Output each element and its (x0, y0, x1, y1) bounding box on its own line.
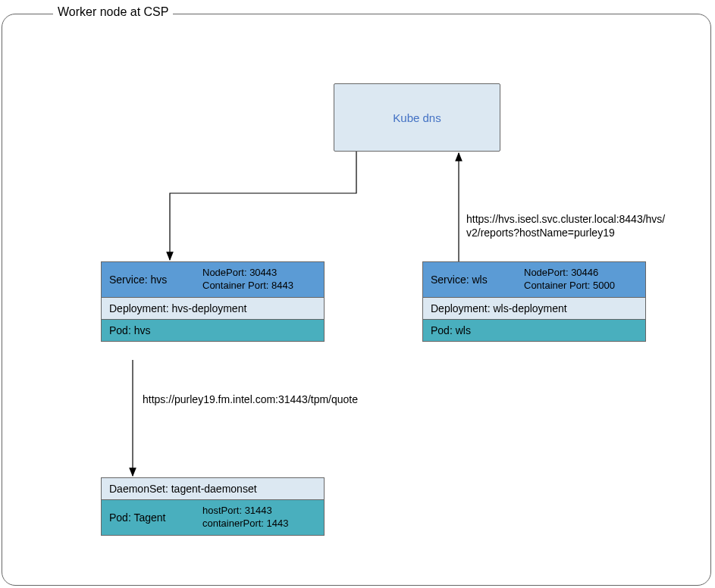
tagent-daemonset-row: DaemonSet: tagent-daemonset (102, 478, 324, 500)
hvs-pod-label: Pod: hvs (109, 324, 316, 336)
hvs-deployment-row: Deployment: hvs-deployment (102, 298, 324, 320)
wls-ports: NodePort: 30446 Container Port: 5000 (524, 267, 638, 292)
url-right-line1: https://hvs.isecl.svc.cluster.local:8443… (466, 212, 694, 226)
tagent-daemonset-label: DaemonSet: tagent-daemonset (109, 483, 316, 495)
kube-dns-label: Kube dns (393, 111, 441, 124)
wls-deployment-label: Deployment: wls-deployment (431, 302, 638, 314)
hvs-service-label: Service: hvs (109, 274, 202, 286)
wls-service-row: Service: wls NodePort: 30446 Container P… (423, 262, 645, 298)
tagent-pod-row: Pod: Tagent hostPort: 31443 containerPor… (102, 500, 324, 535)
hvs-containerport: Container Port: 8443 (202, 280, 316, 292)
kube-dns-box: Kube dns (334, 83, 500, 152)
wls-service-label: Service: wls (431, 274, 524, 286)
wls-pod-label: Pod: wls (431, 324, 638, 336)
tagent-pod-label: Pod: Tagent (109, 511, 202, 524)
hvs-nodeport: NodePort: 30443 (202, 267, 316, 280)
wls-stack: Service: wls NodePort: 30446 Container P… (422, 261, 646, 342)
hvs-pod-row: Pod: hvs (102, 320, 324, 341)
wls-containerport: Container Port: 5000 (524, 280, 638, 292)
wls-deployment-row: Deployment: wls-deployment (423, 298, 645, 320)
hvs-stack: Service: hvs NodePort: 30443 Container P… (101, 261, 325, 342)
url-left-label: https://purley19.fm.intel.com:31443/tpm/… (143, 393, 358, 406)
hvs-service-row: Service: hvs NodePort: 30443 Container P… (102, 262, 324, 298)
wls-nodeport: NodePort: 30446 (524, 267, 638, 280)
hvs-ports: NodePort: 30443 Container Port: 8443 (202, 267, 316, 292)
tagent-stack: DaemonSet: tagent-daemonset Pod: Tagent … (101, 477, 325, 536)
frame-title: Worker node at CSP (53, 5, 173, 19)
tagent-ports: hostPort: 31443 containerPort: 1443 (202, 505, 316, 530)
tagent-containerport: containerPort: 1443 (202, 518, 316, 530)
wls-pod-row: Pod: wls (423, 320, 645, 341)
hvs-deployment-label: Deployment: hvs-deployment (109, 302, 316, 314)
url-right-label: https://hvs.isecl.svc.cluster.local:8443… (466, 212, 694, 239)
tagent-hostport: hostPort: 31443 (202, 505, 316, 518)
url-right-line2: v2/reports?hostName=purley19 (466, 226, 694, 239)
